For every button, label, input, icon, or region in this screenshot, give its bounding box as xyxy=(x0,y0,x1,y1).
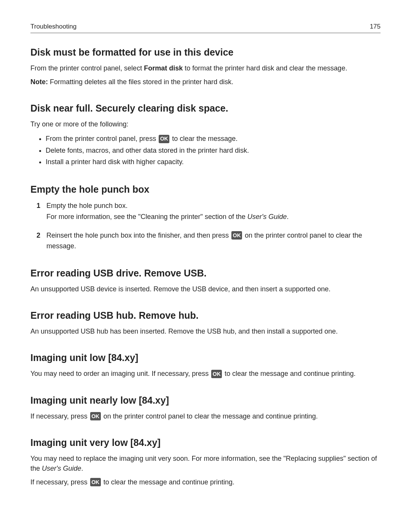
text-fragment: From the printer control panel, select xyxy=(30,64,144,72)
ordered-list-hole-punch: Empty the hole punch box. For more infor… xyxy=(30,200,381,252)
text-disk-format-1: From the printer control panel, select F… xyxy=(30,63,381,73)
heading-imaging-very-low: Imaging unit very low [84.xy] xyxy=(30,437,381,448)
list-item: Reinsert the hole punch box into the fin… xyxy=(38,230,381,252)
text-fragment: Formatting deletes all the files stored … xyxy=(48,78,233,86)
text-imaging-low: You may need to order an imaging unit. I… xyxy=(30,369,381,379)
text-fragment: Reinsert the hole punch box into the fin… xyxy=(46,232,231,239)
heading-imaging-nearly-low: Imaging unit nearly low [84.xy] xyxy=(30,395,381,406)
text-fragment: . xyxy=(81,465,83,472)
list-item: Delete fonts, macros, and other data sto… xyxy=(46,145,381,157)
text-italic-users-guide: User's Guide xyxy=(247,213,287,220)
heading-usb-hub-error: Error reading USB hub. Remove hub. xyxy=(30,310,381,321)
text-usb-drive: An unsupported USB device is inserted. R… xyxy=(30,284,381,294)
text-imaging-very-low-2: If necessary, press OK to clear the mess… xyxy=(30,477,381,487)
text-fragment: to format the printer hard disk and clea… xyxy=(183,64,347,72)
text-fragment: If necessary, press xyxy=(30,478,89,486)
list-item: Empty the hole punch box. For more infor… xyxy=(38,200,381,222)
text-fragment: to clear the message. xyxy=(170,135,237,142)
text-fragment: to clear the message and continue printi… xyxy=(102,478,234,486)
text-imaging-nearly-low: If necessary, press OK on the printer co… xyxy=(30,411,381,421)
text-fragment: Empty the hole punch box. xyxy=(46,202,127,209)
text-bold-format-disk: Format disk xyxy=(144,64,183,72)
bullet-list-disk: From the printer control panel, press OK… xyxy=(30,133,381,168)
header-title: Troubleshooting xyxy=(30,23,76,30)
heading-imaging-low: Imaging unit low [84.xy] xyxy=(30,352,381,363)
heading-disk-format: Disk must be formatted for use in this d… xyxy=(30,47,381,58)
text-fragment: You may need to order an imaging unit. I… xyxy=(30,370,210,377)
heading-hole-punch: Empty the hole punch box xyxy=(30,184,381,195)
text-italic-users-guide: User's Guide xyxy=(42,465,81,472)
text-fragment: to clear the message and continue printi… xyxy=(223,370,355,377)
text-disk-format-note: Note: Formatting deletes all the files s… xyxy=(30,77,381,87)
note-label: Note: xyxy=(30,78,48,86)
page-number: 175 xyxy=(370,23,381,30)
ok-button-icon: OK xyxy=(159,135,169,143)
list-item: Install a printer hard disk with higher … xyxy=(46,156,381,168)
text-usb-hub: An unsupported USB hub has been inserted… xyxy=(30,326,381,336)
page-header: Troubleshooting 175 xyxy=(30,23,381,33)
heading-usb-drive-error: Error reading USB drive. Remove USB. xyxy=(30,268,381,279)
ok-button-icon: OK xyxy=(90,478,101,486)
text-try-intro: Try one or more of the following: xyxy=(30,119,381,129)
ok-button-icon: OK xyxy=(211,370,222,378)
document-page: Troubleshooting 175 Disk must be formatt… xyxy=(0,0,411,532)
text-fragment: on the printer control panel to clear th… xyxy=(102,412,318,420)
ok-button-icon: OK xyxy=(90,412,101,420)
text-fragment: For more information, see the "Cleaning … xyxy=(46,213,247,220)
list-item: From the printer control panel, press OK… xyxy=(46,133,381,145)
ok-button-icon: OK xyxy=(231,231,242,240)
text-fragment: From the printer control panel, press xyxy=(46,135,158,142)
heading-disk-near-full: Disk near full. Securely clearing disk s… xyxy=(30,103,381,114)
text-imaging-very-low-1: You may need to replace the imaging unit… xyxy=(30,454,381,473)
text-fragment: If necessary, press xyxy=(30,412,89,420)
text-fragment: . xyxy=(287,213,289,220)
